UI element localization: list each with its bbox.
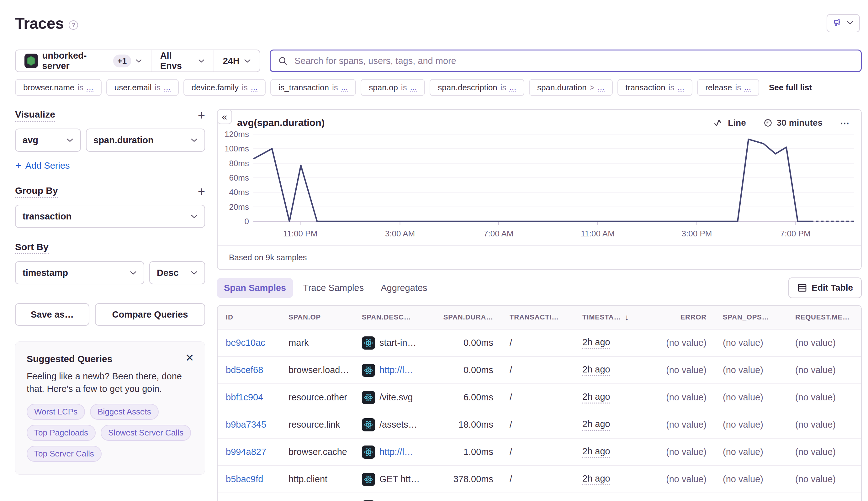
cell-request-method: (no value) [787,357,861,383]
chart-type-select[interactable]: Line [714,118,746,128]
filter-op: is [669,83,675,93]
help-icon[interactable]: ? [69,20,78,30]
cell-span-ops: (no value) [714,466,787,492]
span-description-text[interactable]: /assets… [379,419,417,430]
cell-request-method: (no value) [787,493,861,501]
add-visualize-button[interactable]: + [198,111,205,120]
yaxis-field-select[interactable]: span.duration [86,129,205,152]
sort-direction-select[interactable]: Desc [149,261,205,284]
date-range-selector[interactable]: 24H [213,50,260,72]
filter-field: span.op [369,83,398,93]
span-id-link[interactable]: bbf1c904 [226,392,263,403]
filter-chip[interactable]: browser.nameis... [15,79,102,96]
x-axis-tick-label: 3:00 AM [385,229,415,238]
cell-error: (no value) [667,330,714,356]
filter-chip[interactable]: span.duration>... [529,79,612,96]
edit-table-button[interactable]: Edit Table [788,277,862,298]
table-row[interactable]: b994a827browser.cachehttp://l…1.00ms/2h … [218,439,861,466]
span-id-link[interactable]: b994a827 [226,447,266,457]
aggregate-select[interactable]: avg [15,129,81,152]
span-description-text[interactable]: GET htt… [379,474,420,484]
timestamp-value[interactable]: 2h ago [582,473,610,485]
environment-selector[interactable]: All Envs [151,50,213,72]
tab-span-samples[interactable]: Span Samples [217,278,293,298]
column-header-transacti[interactable]: TRANSACTI… [501,306,574,329]
cell-span-description: http://l… [354,357,427,383]
cell-transaction: / [501,439,574,465]
cell-span-op: browser.load… [280,357,354,383]
column-header-span-ops[interactable]: SPAN_OPS… [714,306,787,329]
suggested-query-chip[interactable]: Top Server Calls [27,446,102,462]
filter-value: ... [164,83,171,92]
group-by-select[interactable]: transaction [15,205,205,228]
filter-chips-row: browser.nameis...user.emailis...device.f… [15,79,862,96]
span-description-text[interactable]: start-in… [379,338,416,348]
filter-chip[interactable]: span.opis... [361,79,425,96]
column-header-id[interactable]: ID [218,306,280,329]
suggested-query-chip[interactable]: Slowest Server Calls [100,425,191,441]
span-id-link[interactable]: bd5cef68 [226,365,263,375]
sort-field-select[interactable]: timestamp [15,261,144,284]
search-input[interactable] [270,50,862,72]
compare-queries-button[interactable]: Compare Queries [95,303,205,326]
cell-span-ops: (no value) [714,439,787,465]
column-header-span-op[interactable]: SPAN.OP [280,306,354,329]
filter-chip[interactable]: user.emailis... [106,79,179,96]
suggested-query-chip[interactable]: Top Pageloads [27,425,96,441]
x-axis-tick-label: 3:00 PM [682,229,712,238]
column-header-span-dura[interactable]: SPAN.DURA… [427,306,501,329]
span-id-link[interactable]: b5bac9fd [226,474,263,484]
cell-span-op: browser.cache [280,439,354,465]
collapse-sidebar-button[interactable]: « [217,109,232,124]
column-header-error[interactable]: ERROR [667,306,714,329]
table-row[interactable]: b5bac9fdhttp.clientGET htt…378.00ms/2h a… [218,466,861,493]
span-id-link[interactable]: be9c10ac [226,338,265,348]
timestamp-value[interactable]: 2h ago [582,446,610,458]
see-full-list-button[interactable]: See full list [764,83,817,93]
chart-y-axis: 120ms100ms80ms60ms40ms20ms0 [224,132,253,226]
column-header-span-desc[interactable]: SPAN.DESC… [354,306,427,329]
column-header-timesta[interactable]: TIMESTA…↓ [574,306,667,329]
add-group-by-button[interactable]: + [198,187,205,196]
filter-chip[interactable]: transactionis... [617,79,693,96]
filter-chip[interactable]: span.descriptionis... [430,79,524,96]
tab-trace-samples[interactable]: Trace Samples [296,278,371,298]
timestamp-value[interactable]: 2h ago [582,364,610,376]
suggested-query-chip[interactable]: Biggest Assets [90,404,159,420]
span-description-text[interactable]: /vite.svg [379,392,413,403]
table-row[interactable]: b9ba7345resource.link/assets…18.00ms/2h … [218,411,861,439]
timestamp-value[interactable]: 2h ago [582,337,610,349]
filter-op: is [77,83,83,93]
chart-menu-button[interactable]: ⋯ [840,118,850,129]
cell-timestamp: 2h ago [574,466,667,492]
x-axis-tick-label: 11:00 PM [283,229,317,238]
timestamp-value[interactable]: 2h ago [582,392,610,404]
whats-new-button[interactable] [827,14,860,32]
table-header-row: IDSPAN.OPSPAN.DESC…SPAN.DURA…TRANSACTI…T… [218,306,861,330]
close-icon[interactable]: ✕ [185,352,194,363]
save-as-button[interactable]: Save as… [15,303,89,326]
timestamp-value[interactable]: 2h ago [582,419,610,431]
span-id-link[interactable]: b9ba7345 [226,419,266,430]
project-selector[interactable]: unborked-server +1 [16,50,151,72]
filter-chip[interactable]: releaseis... [697,79,759,96]
table-row[interactable]: bbf1c904resource.other/vite.svg6.00ms/2h… [218,384,861,411]
filter-op: is [401,83,407,93]
column-header-request-me[interactable]: REQUEST.ME… [787,306,861,329]
table-row[interactable]: b41bfb26resource.ifra…https://…276.00ms/… [218,493,861,501]
chevron-down-icon [198,58,205,63]
add-series-button[interactable]: + Add Series [16,160,205,171]
span-description-text[interactable]: http://l… [379,365,413,375]
duration-chart-plot[interactable] [253,132,854,226]
chart-svg [253,132,854,226]
suggested-query-chip[interactable]: Worst LCPs [27,404,85,420]
span-description-text[interactable]: http://l… [379,447,413,457]
chart-interval-select[interactable]: 30 minutes [764,118,823,128]
tab-aggregates[interactable]: Aggregates [374,278,434,298]
filter-chip[interactable]: device.familyis... [183,79,266,96]
table-row[interactable]: bd5cef68browser.load…http://l…0.00ms/2h … [218,357,861,384]
filter-chip[interactable]: is_transactionis... [270,79,356,96]
table-row[interactable]: be9c10acmarkstart-in…0.00ms/2h ago(no va… [218,330,861,357]
filter-field: device.family [192,83,239,93]
filter-op: is [500,83,506,93]
